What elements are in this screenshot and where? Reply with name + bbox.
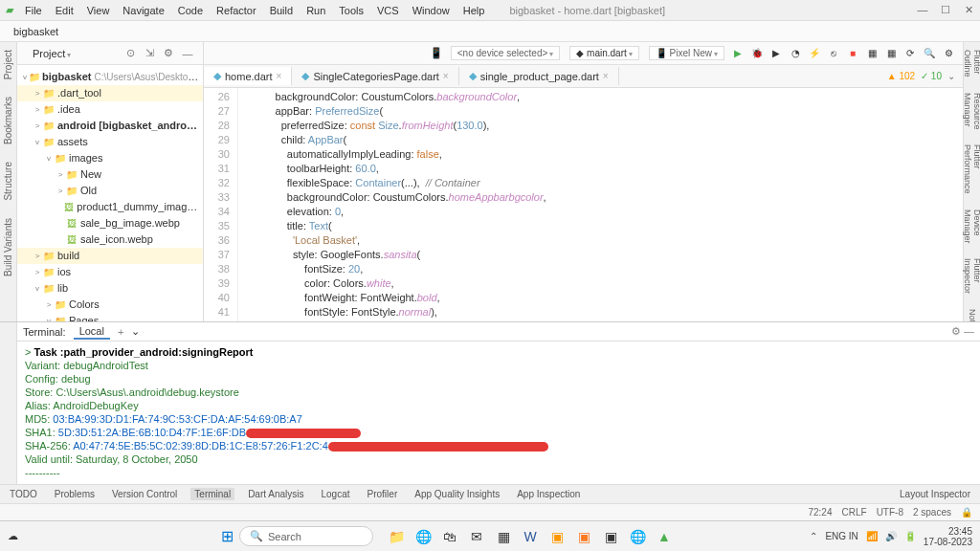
right-tab-flutter-performance[interactable]: Flutter Performance bbox=[962, 141, 981, 198]
indent[interactable]: 2 spaces bbox=[913, 507, 951, 518]
tree-item[interactable]: >📁Colors bbox=[17, 297, 203, 313]
menu-tools[interactable]: Tools bbox=[333, 3, 369, 18]
tray-expand-icon[interactable]: ⌃ bbox=[810, 531, 817, 541]
tree-item[interactable]: 🖼sale_bg_image.webp bbox=[17, 215, 203, 231]
bottom-tab-app-quality-insights[interactable]: App Quality Insights bbox=[411, 488, 503, 500]
menu-navigate[interactable]: Navigate bbox=[117, 3, 169, 18]
right-tab-device-manager[interactable]: Device Manager bbox=[962, 206, 981, 248]
attach-button[interactable]: ⎋ bbox=[827, 47, 840, 60]
hide-icon[interactable]: — bbox=[180, 46, 195, 61]
bottom-tab-dart-analysis[interactable]: Dart Analysis bbox=[244, 488, 307, 500]
wifi-icon[interactable]: 📶 bbox=[866, 531, 878, 541]
maximize-button[interactable]: ☐ bbox=[940, 4, 951, 16]
start-button[interactable]: ⊞ bbox=[221, 527, 234, 545]
right-tab-flutter-inspector[interactable]: Flutter Inspector bbox=[962, 254, 981, 298]
word-icon[interactable]: W bbox=[521, 527, 540, 546]
avd-button[interactable]: ▦ bbox=[865, 47, 879, 60]
volume-icon[interactable]: 🔊 bbox=[885, 531, 897, 541]
lang-indicator[interactable]: ENG IN bbox=[825, 531, 858, 541]
minimize-button[interactable]: — bbox=[917, 4, 928, 16]
bottom-tab-version-control[interactable]: Version Control bbox=[108, 488, 181, 500]
tree-item[interactable]: v📁lib bbox=[17, 280, 203, 297]
menu-view[interactable]: View bbox=[81, 3, 116, 18]
project-view-selector[interactable]: Project bbox=[25, 46, 78, 61]
tree-item[interactable]: >📁Old bbox=[17, 183, 203, 199]
new-terminal-button[interactable]: + bbox=[118, 326, 123, 338]
sublime-icon[interactable]: ▣ bbox=[547, 527, 567, 546]
run-button[interactable]: ▶ bbox=[731, 47, 745, 60]
search-icon[interactable]: 🔍 bbox=[923, 47, 936, 60]
terminal-tab-local[interactable]: Local bbox=[74, 324, 110, 340]
warnings-count[interactable]: ▲ 102 bbox=[887, 71, 915, 81]
editor-tab[interactable]: ◆single_product_page.dart× bbox=[459, 67, 619, 85]
stop-button[interactable]: ■ bbox=[846, 47, 859, 60]
terminal-settings-icon[interactable]: ⚙ — bbox=[951, 325, 974, 338]
settings-gear-icon[interactable]: ⚙ bbox=[942, 47, 955, 60]
devices-icon[interactable]: 📱 bbox=[429, 46, 444, 61]
battery-icon[interactable]: 🔋 bbox=[904, 531, 916, 541]
store-icon[interactable]: 🛍 bbox=[440, 527, 459, 546]
tree-root[interactable]: v📁bigbasket C:\Users\Asus\Desktop\bigbas… bbox=[17, 69, 203, 85]
chrome-icon[interactable]: 🌐 bbox=[628, 527, 647, 546]
run-config-selector[interactable]: ◆ main.dart bbox=[569, 46, 638, 60]
ok-count[interactable]: ✓ 10 bbox=[921, 71, 942, 81]
encoding[interactable]: UTF-8 bbox=[877, 507, 903, 518]
edge-icon[interactable]: 🌐 bbox=[413, 527, 433, 546]
menu-window[interactable]: Window bbox=[407, 3, 456, 18]
tree-item[interactable]: >📁.idea bbox=[17, 101, 203, 118]
tree-item[interactable]: v📁assets bbox=[17, 134, 203, 150]
bottom-tab-problems[interactable]: Problems bbox=[51, 488, 99, 500]
mail-icon[interactable]: ✉ bbox=[467, 527, 486, 546]
xampp-icon[interactable]: ▣ bbox=[574, 527, 593, 546]
tree-item[interactable]: >📁.dart_tool bbox=[17, 85, 203, 101]
editor-content[interactable]: backgroundColor: CoustumColors.backgroun… bbox=[238, 88, 963, 321]
settings-icon[interactable]: ⚙ bbox=[161, 46, 176, 61]
tree-item[interactable]: v📁Pages bbox=[17, 313, 203, 321]
menu-run[interactable]: Run bbox=[301, 3, 331, 18]
target-icon[interactable]: ⊙ bbox=[122, 46, 138, 61]
tree-item[interactable]: >📁android [bigbasket_android] bbox=[17, 118, 203, 134]
line-ending[interactable]: CRLF bbox=[842, 507, 867, 518]
menu-help[interactable]: Help bbox=[457, 3, 491, 18]
close-tab-icon[interactable]: × bbox=[443, 71, 449, 81]
bottom-tab-terminal[interactable]: Terminal bbox=[190, 488, 234, 500]
taskbar-search[interactable]: 🔍 Search bbox=[239, 526, 373, 546]
bottom-tab-logcat[interactable]: Logcat bbox=[318, 488, 354, 500]
menu-refactor[interactable]: Refactor bbox=[211, 3, 262, 18]
sdk-button[interactable]: ▦ bbox=[884, 47, 898, 60]
device-selector[interactable]: <no device selected> bbox=[451, 46, 561, 60]
breadcrumb[interactable]: bigbasket bbox=[8, 24, 64, 39]
explorer-icon[interactable]: 📁 bbox=[387, 527, 406, 546]
tree-item[interactable]: v📁images bbox=[17, 150, 203, 166]
close-tab-icon[interactable]: × bbox=[277, 71, 282, 81]
menu-build[interactable]: Build bbox=[264, 3, 299, 18]
device-selector-2[interactable]: 📱 Pixel New bbox=[649, 46, 724, 60]
app2-icon[interactable]: ▣ bbox=[601, 527, 620, 546]
left-tab-bookmarks[interactable]: Bookmarks bbox=[1, 93, 15, 148]
bottom-tab-profiler[interactable]: Profiler bbox=[364, 488, 402, 500]
more-icon[interactable]: ⌄ bbox=[947, 71, 955, 81]
editor-tab[interactable]: ◆SingleCategoriesPage.dart× bbox=[292, 67, 458, 85]
menu-code[interactable]: Code bbox=[172, 3, 209, 18]
coverage-button[interactable]: ▶ bbox=[769, 47, 783, 60]
right-tab-resource-manager[interactable]: Resource Manager bbox=[962, 89, 981, 134]
readonly-icon[interactable]: 🔒 bbox=[961, 507, 972, 518]
close-tab-icon[interactable]: × bbox=[603, 71, 609, 81]
terminal-output[interactable]: > Task :path_provider_android:signingRep… bbox=[17, 342, 980, 484]
clock-time[interactable]: 23:45 bbox=[924, 526, 972, 537]
app-icon[interactable]: ▦ bbox=[494, 527, 513, 546]
clock-date[interactable]: 17-08-2023 bbox=[924, 537, 972, 547]
left-tab-project[interactable]: Project bbox=[1, 46, 15, 83]
androidstudio-icon[interactable]: ▲ bbox=[655, 527, 674, 546]
terminal-dropdown[interactable]: ⌄ bbox=[131, 325, 140, 338]
tree-item[interactable]: >📁New bbox=[17, 166, 203, 183]
tree-item[interactable]: 🖼product1_dummy_image.webp bbox=[17, 199, 203, 215]
tree-item[interactable]: >📁ios bbox=[17, 264, 203, 280]
tree-item[interactable]: >📁build bbox=[17, 248, 203, 264]
menu-vcs[interactable]: VCS bbox=[371, 3, 405, 18]
editor-tab[interactable]: ◆home.dart× bbox=[204, 67, 292, 85]
close-button[interactable]: ✕ bbox=[963, 4, 974, 16]
tree-item[interactable]: 🖼sale_icon.webp bbox=[17, 231, 203, 248]
profile-button[interactable]: ◔ bbox=[789, 47, 802, 60]
menu-edit[interactable]: Edit bbox=[50, 3, 79, 18]
